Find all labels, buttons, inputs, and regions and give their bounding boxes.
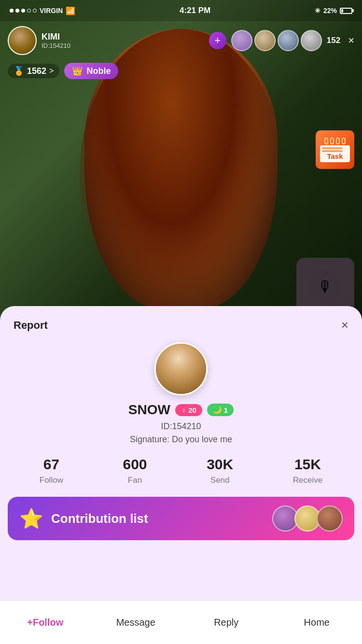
task-button[interactable]: Task — [316, 130, 354, 169]
contribution-label: Contribution list — [51, 511, 268, 526]
status-left: VIRGIN 📶 — [10, 6, 75, 15]
stat-send[interactable]: 30K Send — [207, 456, 233, 485]
stat-fan-value: 600 — [123, 456, 147, 473]
battery-icon — [340, 8, 352, 14]
contribution-list-button[interactable]: ⭐ Contribution list — [8, 497, 354, 540]
task-ring-1 — [324, 138, 328, 144]
host-id: ID:154210 — [42, 42, 204, 49]
noble-badge[interactable]: 👑 Noble — [64, 63, 118, 79]
top-bar: KIMI ID:154210 + 152 × — [0, 21, 362, 60]
stat-receive-value: 15K — [294, 456, 321, 473]
home-label: Home — [304, 617, 330, 628]
stat-follow[interactable]: 67 Follow — [40, 456, 63, 485]
stat-receive-label: Receive — [293, 476, 322, 485]
stat-follow-value: 67 — [43, 456, 59, 473]
stat-follow-label: Follow — [40, 476, 63, 485]
profile-avatar — [154, 342, 208, 395]
stat-receive[interactable]: 15K Receive — [293, 456, 322, 485]
signal-dots — [10, 9, 37, 13]
task-body: Task — [320, 145, 350, 162]
host-name: KIMI — [42, 32, 204, 42]
badge-pink: ♀ 20 — [175, 404, 202, 416]
task-lines — [322, 147, 348, 152]
badge-green: 🌙 1 — [207, 404, 234, 416]
task-line-1 — [322, 147, 343, 149]
contrib-avatar-3 — [317, 505, 343, 532]
dot5 — [33, 9, 37, 13]
report-title: Report — [14, 319, 48, 332]
mic-button[interactable]: 🎙 — [308, 270, 342, 304]
home-button[interactable]: Home — [272, 601, 362, 644]
report-header: Report × — [0, 306, 362, 333]
viewer-avatars — [231, 30, 322, 51]
profile-avatar-inner — [156, 344, 206, 394]
badge-green-value: 1 — [224, 406, 228, 414]
viewer-avatar-2[interactable] — [254, 30, 276, 51]
follow-label: +Follow — [27, 617, 63, 628]
star-icon: ⭐ — [19, 507, 43, 530]
task-ring-4 — [342, 138, 346, 144]
points-value: 1562 — [27, 66, 46, 76]
points-bar: 🏅 1562 > 👑 Noble — [8, 63, 118, 79]
viewer-avatar-1[interactable] — [231, 30, 252, 51]
task-rings — [324, 138, 346, 144]
message-button[interactable]: Message — [91, 601, 181, 644]
stat-send-label: Send — [210, 476, 230, 485]
viewer-avatar-4[interactable] — [301, 30, 322, 51]
time-display: 4:21 PM — [180, 6, 210, 15]
task-ring-2 — [330, 138, 334, 144]
dot3 — [21, 9, 25, 13]
badge-pink-value: 20 — [188, 406, 196, 414]
message-label: Message — [116, 617, 155, 628]
battery-percent: 22% — [323, 7, 337, 14]
task-calendar-icon: Task — [316, 130, 354, 169]
viewer-avatar-3[interactable] — [278, 30, 299, 51]
close-button[interactable]: × — [348, 34, 354, 47]
report-close-button[interactable]: × — [341, 318, 348, 333]
host-info: KIMI ID:154210 — [42, 32, 204, 49]
status-right: ✳ 22% — [315, 7, 352, 14]
profile-id: ID:154210 — [161, 421, 201, 432]
badge-green-icon: 🌙 — [213, 406, 222, 414]
add-button[interactable]: + — [209, 32, 226, 49]
noble-label: Noble — [86, 66, 111, 76]
follow-button[interactable]: +Follow — [0, 601, 91, 644]
task-ring-3 — [336, 138, 340, 144]
fire-icon: 🏅 — [14, 66, 24, 76]
profile-name: SNOW — [128, 402, 170, 418]
reply-button[interactable]: Reply — [181, 601, 272, 644]
battery-fill — [341, 9, 343, 13]
stat-fan-label: Fan — [128, 476, 142, 485]
reply-label: Reply — [214, 617, 238, 628]
carrier-label: VIRGIN — [40, 7, 63, 14]
action-bar: +Follow Message Reply Home — [0, 601, 362, 644]
profile-signature: Signature: Do you love me — [130, 434, 232, 445]
bluetooth-icon: ✳ — [315, 7, 320, 14]
report-panel: Report × SNOW ♀ 20 🌙 1 ID:154210 Signatu… — [0, 306, 362, 644]
chevron-icon: > — [49, 67, 54, 75]
dot4 — [27, 9, 31, 13]
dot1 — [10, 9, 14, 13]
stats-row: 67 Follow 600 Fan 30K Send 15K Receive — [0, 456, 362, 485]
badge-pink-icon: ♀ — [181, 406, 186, 414]
profile-name-row: SNOW ♀ 20 🌙 1 — [128, 402, 234, 418]
stat-fan[interactable]: 600 Fan — [123, 456, 147, 485]
stat-send-value: 30K — [207, 456, 233, 473]
status-bar: VIRGIN 📶 4:21 PM ✳ 22% — [0, 0, 362, 21]
host-avatar[interactable] — [8, 26, 37, 55]
viewer-count: 152 — [327, 36, 340, 45]
points-badge[interactable]: 🏅 1562 > — [8, 64, 59, 78]
dot2 — [15, 9, 19, 13]
task-label: Task — [327, 152, 343, 160]
contribution-avatars — [276, 505, 343, 532]
wifi-icon: 📶 — [66, 6, 75, 15]
crown-icon: 👑 — [72, 66, 83, 76]
